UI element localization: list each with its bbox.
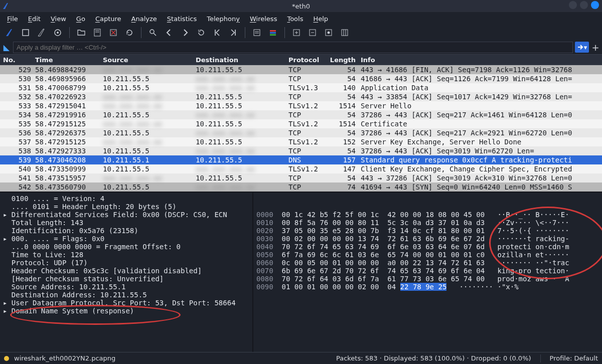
packet-row[interactable]: 53558.472915125xxx.xxx.xxx.xx10.211.55.5… — [0, 119, 602, 128]
svg-rect-11 — [254, 30, 260, 36]
details-hex-split: 0100 .... = Version: 4 .... 0101 = Heade… — [0, 192, 602, 352]
packet-row[interactable]: 53858.47292733310.211.55.5xxx.xxx.xxx.xx… — [0, 146, 602, 155]
menu-help[interactable]: Help — [309, 14, 332, 24]
menu-go[interactable]: Go — [72, 14, 89, 24]
svg-point-23 — [328, 32, 330, 34]
col-info[interactable]: Info — [359, 56, 602, 64]
packet-row[interactable]: 53058.46989596610.211.55.5xxx.xxx.xxx.xx… — [0, 74, 602, 83]
resize-columns-button[interactable] — [339, 27, 350, 38]
app-fin-icon — [2, 2, 10, 10]
col-length[interactable]: Length — [329, 56, 359, 64]
menu-analyze[interactable]: Analyze — [127, 14, 161, 24]
status-bar: wireshark_eth0002YN2.pcapng Packets: 583… — [0, 352, 602, 364]
go-forward-button[interactable] — [180, 27, 191, 38]
restart-capture-button[interactable] — [36, 27, 47, 38]
toolbar-separator-1 — [69, 27, 70, 38]
packet-row[interactable]: 53458.47291991610.211.55.5xxx.xxx.xxx.xx… — [0, 110, 602, 119]
col-destination[interactable]: Destination — [196, 56, 288, 64]
goto-last-button[interactable] — [228, 27, 239, 38]
packet-details-pane[interactable]: 0100 .... = Version: 4 .... 0101 = Heade… — [0, 193, 253, 352]
titlebar: *eth0 — [0, 0, 602, 12]
reload-button[interactable] — [124, 27, 135, 38]
window-title: *eth0 — [292, 3, 310, 10]
menu-file[interactable]: File — [3, 14, 22, 24]
packet-row[interactable]: 53158.47006879910.211.55.5xxx.xxx.xxx.xx… — [0, 83, 602, 92]
packet-counts: Packets: 583 · Displayed: 583 (100.0%) ·… — [336, 354, 531, 362]
svg-point-2 — [57, 32, 59, 34]
menu-wireless[interactable]: Wireless — [246, 14, 281, 24]
menu-capture[interactable]: Capture — [91, 14, 125, 24]
col-source[interactable]: Source — [103, 56, 196, 64]
toolbar-separator-2 — [141, 27, 141, 38]
display-filter-bar: ◣ ▾ + — [0, 40, 602, 54]
svg-rect-15 — [270, 32, 276, 34]
menu-statistics[interactable]: Statistics — [163, 14, 201, 24]
menu-bar: File Edit View Go Capture Analyze Statis… — [0, 12, 602, 25]
go-back-button[interactable] — [164, 27, 175, 38]
menu-tools[interactable]: Tools — [283, 14, 307, 24]
packet-row[interactable]: 53258.470226923xxx.xxx.xxx.xx10.211.55.5… — [0, 92, 602, 101]
window-maximize-button[interactable] — [580, 1, 588, 9]
toolbar-separator-3 — [245, 27, 245, 38]
menu-telephony[interactable]: Telephony — [203, 14, 244, 24]
autoscroll-button[interactable] — [251, 27, 262, 38]
filter-add-button[interactable]: + — [591, 42, 600, 53]
svg-rect-0 — [23, 30, 29, 36]
packet-list-header[interactable]: No. Time Source Destination Protocol Len… — [0, 54, 602, 65]
col-no[interactable]: No. — [0, 56, 35, 64]
stop-capture-button[interactable] — [20, 27, 31, 38]
col-time[interactable]: Time — [35, 56, 103, 64]
window-close-button[interactable] — [591, 1, 599, 9]
capture-file-label[interactable]: wireshark_eth0002YN2.pcapng — [14, 354, 115, 362]
packet-list[interactable]: 52958.469884299xxx.xxx.xxx.xx10.211.55.5… — [0, 65, 602, 192]
window-controls — [569, 1, 599, 9]
svg-point-9 — [150, 30, 154, 34]
goto-packet-button[interactable] — [196, 27, 207, 38]
close-file-button[interactable] — [108, 27, 119, 38]
toolbar-separator-4 — [284, 27, 285, 38]
packet-row[interactable]: 52958.469884299xxx.xxx.xxx.xx10.211.55.5… — [0, 65, 602, 74]
display-filter-input[interactable] — [13, 42, 573, 53]
packet-row[interactable]: 53658.47292637510.211.55.5xxx.xxx.xxx.xx… — [0, 128, 602, 137]
svg-line-10 — [154, 33, 156, 36]
zoom-out-button[interactable] — [307, 27, 318, 38]
svg-rect-3 — [94, 29, 100, 36]
open-file-button[interactable] — [76, 27, 87, 38]
svg-rect-14 — [270, 30, 276, 32]
packet-row[interactable]: 53958.47304620810.211.55.110.211.55.5DNS… — [0, 155, 602, 164]
expert-info-icon[interactable] — [4, 356, 9, 361]
filter-bookmark-icon[interactable]: ◣ — [2, 43, 11, 52]
col-protocol[interactable]: Protocol — [288, 56, 329, 64]
menu-edit[interactable]: Edit — [24, 14, 45, 24]
svg-rect-16 — [270, 34, 276, 36]
find-button[interactable] — [147, 27, 159, 38]
window-minimize-button[interactable] — [569, 1, 577, 9]
zoom-in-button[interactable] — [291, 27, 302, 38]
main-toolbar — [0, 25, 602, 40]
packet-row[interactable]: 54058.47335099910.211.55.5xxx.xxx.xxx.xx… — [0, 164, 602, 173]
packet-bytes-pane[interactable]: 0000 00 1c 42 b5 f2 5f 00 1c 42 00 00 18… — [253, 193, 602, 352]
packet-row[interactable]: 54158.473515957xxx.xxx.xxx.xx10.211.55.5… — [0, 173, 602, 183]
profile-label[interactable]: Profile: Default — [550, 354, 598, 362]
zoom-reset-button[interactable] — [323, 27, 334, 38]
menu-view[interactable]: View — [47, 14, 70, 24]
colorize-button[interactable] — [267, 27, 278, 38]
filter-apply-button[interactable]: ▾ — [575, 42, 589, 53]
save-file-button[interactable] — [92, 27, 103, 38]
start-capture-button[interactable] — [4, 27, 15, 38]
packet-row[interactable]: 53358.472915041xxx.xxx.xxx.xx10.211.55.5… — [0, 101, 602, 110]
packet-row[interactable]: 54258.47356079010.211.55.5xxx.xxx.xxx.xx… — [0, 183, 602, 192]
capture-options-button[interactable] — [52, 27, 63, 38]
packet-row[interactable]: 53758.472915125xxx.xxx.xxx.xx10.211.55.5… — [0, 137, 602, 146]
svg-rect-24 — [342, 30, 348, 36]
goto-first-button[interactable] — [212, 27, 223, 38]
